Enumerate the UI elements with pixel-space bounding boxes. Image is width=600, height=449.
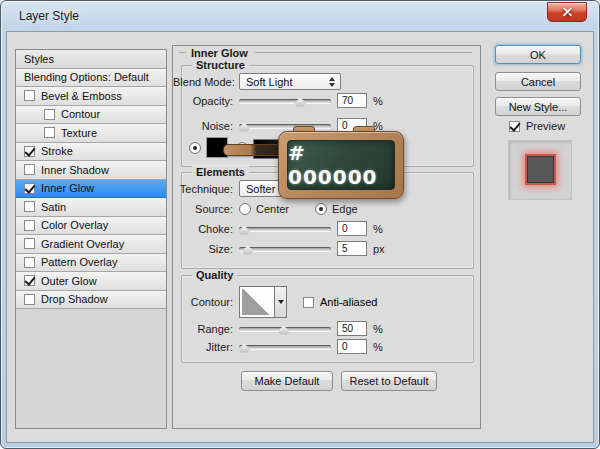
checkbox[interactable] xyxy=(44,109,55,120)
slider-track xyxy=(239,124,331,128)
size-row: Size: 5 px xyxy=(173,240,385,257)
technique-row: Technique: Softer xyxy=(173,180,293,197)
checkbox[interactable] xyxy=(24,294,35,305)
sidebar-item-bevel-emboss[interactable]: Bevel & Emboss xyxy=(16,87,166,106)
checkbox[interactable] xyxy=(24,220,35,231)
source-row: Source: Center Edge xyxy=(173,200,358,217)
opacity-slider[interactable] xyxy=(239,93,331,109)
close-button[interactable] xyxy=(547,2,587,22)
up-down-carets-icon xyxy=(329,77,335,87)
sidebar-item-contour[interactable]: Contour xyxy=(16,106,166,125)
antialiased-checkbox[interactable]: Anti-aliased xyxy=(303,296,377,308)
choke-input[interactable]: 0 xyxy=(337,221,367,236)
styles-list: Styles Blending Options: Default Bevel &… xyxy=(15,49,167,429)
blend-mode-select[interactable]: Soft Light xyxy=(239,73,341,90)
close-icon xyxy=(563,8,572,17)
checkbox[interactable] xyxy=(24,183,35,194)
page-title: Inner Glow xyxy=(179,46,472,59)
window-title: Layer Style xyxy=(19,9,79,23)
jitter-slider[interactable] xyxy=(239,339,331,355)
opacity-input[interactable]: 70 xyxy=(337,93,367,108)
sidebar-item-inner-glow[interactable]: Inner Glow xyxy=(16,180,166,199)
checkbox[interactable] xyxy=(24,238,35,249)
jitter-row: Jitter: 0 % xyxy=(173,338,383,355)
range-slider[interactable] xyxy=(239,321,331,337)
slider-track xyxy=(239,227,331,231)
ok-button[interactable]: OK xyxy=(495,45,581,64)
choke-slider[interactable] xyxy=(239,221,331,237)
checkbox[interactable] xyxy=(24,257,35,268)
color-tooltip: # 000000 xyxy=(278,131,404,199)
style-preview-swatch xyxy=(525,154,556,185)
cancel-button[interactable]: Cancel xyxy=(495,72,581,91)
chalkboard: # 000000 xyxy=(287,140,395,190)
new-style-button[interactable]: New Style... xyxy=(495,97,581,116)
slider-track xyxy=(239,99,331,103)
sidebar-item-satin[interactable]: Satin xyxy=(16,198,166,217)
source-center-radio[interactable] xyxy=(239,203,251,215)
down-caret-icon xyxy=(278,300,284,304)
checkbox[interactable] xyxy=(24,201,35,212)
make-default-button[interactable]: Make Default xyxy=(241,371,333,391)
checkbox[interactable] xyxy=(24,90,35,101)
inner-glow-panel: Inner Glow Structure Blend Mode: Soft Li… xyxy=(172,45,481,429)
opacity-row: Opacity: 70 % xyxy=(173,92,383,109)
size-slider[interactable] xyxy=(239,241,331,257)
slider-track xyxy=(239,345,331,349)
blend-mode-row: Blend Mode: Soft Light xyxy=(173,73,341,90)
contour-dropdown-button[interactable] xyxy=(275,286,287,318)
sidebar-item-inner-shadow[interactable]: Inner Shadow xyxy=(16,161,166,180)
window-frame: Layer Style Styles Blending Options: Def… xyxy=(0,0,600,449)
sidebar-item-stroke[interactable]: Stroke xyxy=(16,143,166,162)
sidebar-item-blending-options[interactable]: Blending Options: Default xyxy=(16,69,166,88)
preview-checkbox[interactable]: Preview xyxy=(509,120,565,132)
layer-style-dialog: Layer Style Styles Blending Options: Def… xyxy=(0,0,600,449)
jitter-input[interactable]: 0 xyxy=(337,339,367,354)
contour-thumbnail[interactable] xyxy=(239,286,275,318)
slider-track xyxy=(239,247,331,251)
hex-color-value: # 000000 xyxy=(288,141,394,189)
checkbox xyxy=(303,297,314,308)
dialog-content: Styles Blending Options: Default Bevel &… xyxy=(6,31,594,443)
range-row: Range: 50 % xyxy=(173,320,383,337)
sidebar-item-outer-glow[interactable]: Outer Glow xyxy=(16,272,166,291)
checkbox[interactable] xyxy=(24,164,35,175)
source-edge-radio[interactable] xyxy=(315,203,327,215)
checkbox[interactable] xyxy=(24,146,35,157)
checkbox xyxy=(509,121,520,132)
range-input[interactable]: 50 xyxy=(337,321,367,336)
sidebar-item-color-overlay[interactable]: Color Overlay xyxy=(16,217,166,236)
styles-header: Styles xyxy=(16,50,166,69)
sidebar-item-drop-shadow[interactable]: Drop Shadow xyxy=(16,291,166,310)
sidebar-item-texture[interactable]: Texture xyxy=(16,124,166,143)
choke-row: Choke: 0 % xyxy=(173,220,383,237)
size-input[interactable]: 5 xyxy=(337,241,367,256)
preview-panel xyxy=(508,140,572,200)
checkbox[interactable] xyxy=(44,127,55,138)
contour-row: Contour: Anti-aliased xyxy=(173,286,377,318)
reset-to-default-button[interactable]: Reset to Default xyxy=(341,371,437,391)
sidebar-item-pattern-overlay[interactable]: Pattern Overlay xyxy=(16,254,166,273)
sidebar-item-gradient-overlay[interactable]: Gradient Overlay xyxy=(16,235,166,254)
color-radio[interactable] xyxy=(189,142,201,154)
checkbox[interactable] xyxy=(24,275,35,286)
